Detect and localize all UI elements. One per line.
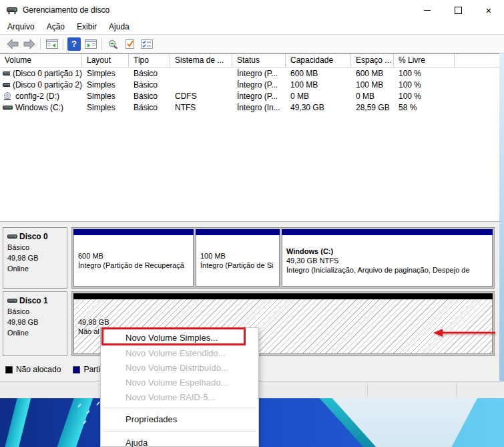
- column-header-filler: [455, 54, 499, 67]
- column-header-capacidade[interactable]: Capacidade: [286, 54, 351, 67]
- forward-button[interactable]: [21, 36, 37, 52]
- cell-espaco: 28,59 GB: [351, 103, 394, 112]
- list-view-icon: [140, 39, 154, 49]
- toolbar: ?: [0, 35, 504, 53]
- menu-item-novo-volume-distribuido: Novo Volume Distribuído...: [101, 361, 258, 376]
- annotation-highlight-box: [101, 327, 246, 345]
- cell-capacidade: 100 MB: [286, 80, 351, 90]
- volume-list-panel: Volume Layout Tipo Sistema de ... Status…: [0, 53, 499, 222]
- disk0-header[interactable]: Disco 0 Básico 49,98 GB Online: [3, 227, 67, 289]
- menubar: Arquivo Ação Exibir Ajuda: [0, 20, 504, 35]
- menu-item-propriedades[interactable]: Propriedades: [101, 411, 258, 428]
- cd-icon: [3, 92, 13, 100]
- partition-recovery[interactable]: 600 MB Íntegro (Partição de Recuperaçã: [73, 229, 194, 287]
- menu-separator: [103, 431, 256, 432]
- window-right-edge: [499, 53, 504, 381]
- menu-item-ajuda[interactable]: Ajuda: [101, 434, 258, 447]
- show-action-pane-button[interactable]: [82, 36, 99, 52]
- cell-capacidade: 600 MB: [286, 69, 351, 78]
- menu-acao[interactable]: Ação: [41, 20, 71, 34]
- annotation-arrow-icon: [433, 327, 498, 341]
- partition-color-bar: [73, 229, 194, 235]
- show-action-pane-icon: [84, 39, 97, 49]
- disk-status: Online: [7, 327, 63, 338]
- check-doc-button[interactable]: [121, 36, 138, 52]
- column-header-volume[interactable]: Volume: [0, 54, 82, 67]
- minimize-button[interactable]: [412, 0, 443, 20]
- close-button[interactable]: ×: [473, 0, 504, 20]
- cell-livre: 100 %: [394, 69, 455, 78]
- disk-name: Disco 1: [19, 295, 48, 306]
- partition-status: Íntegro (Partição de Si: [200, 261, 275, 270]
- disk-size: 49,98 GB: [7, 253, 63, 263]
- back-icon: [6, 39, 19, 49]
- menu-exibir[interactable]: Exibir: [71, 20, 103, 34]
- toolbar-separator: [101, 38, 102, 50]
- partition-size: 49,30 GB NTFS: [286, 256, 488, 265]
- cell-tipo: Básico: [129, 80, 170, 90]
- cell-status: Íntegro (P...: [232, 80, 286, 90]
- column-header-tipo[interactable]: Tipo: [129, 54, 170, 67]
- back-button[interactable]: [4, 36, 21, 52]
- cell-espaco: 100 MB: [351, 80, 394, 90]
- cell-layout: Simples: [82, 103, 129, 112]
- unallocated-swatch: [5, 366, 13, 374]
- popup-view-button[interactable]: [105, 36, 121, 52]
- column-header-espaco[interactable]: Espaço ...: [351, 54, 394, 67]
- cell-fs: CDFS: [170, 92, 232, 101]
- volume-name: (Disco 0 partição 2): [13, 80, 82, 90]
- disk-status: Online: [7, 263, 63, 274]
- drive-icon: [3, 82, 10, 88]
- partition-system[interactable]: 100 MB Íntegro (Partição de Si: [196, 229, 280, 287]
- help-button[interactable]: ?: [67, 37, 81, 51]
- cell-tipo: Básico: [129, 69, 170, 78]
- cell-capacidade: 49,30 GB: [286, 103, 351, 112]
- legend-unallocated: Não alocado: [5, 365, 61, 374]
- console-tree-icon: [45, 39, 59, 49]
- volume-name: Windows (C:): [15, 103, 63, 112]
- cell-fs: NTFS: [170, 103, 232, 112]
- table-row[interactable]: (Disco 0 partição 2) Simples Básico Ínte…: [0, 79, 499, 90]
- window-title: Gerenciamento de disco: [23, 5, 109, 15]
- table-row[interactable]: Windows (C:) Simples Básico NTFS Íntegro…: [0, 102, 499, 113]
- help-icon: ?: [71, 39, 77, 49]
- table-row[interactable]: config-2 (D:) Simples Básico CDFS Íntegr…: [0, 90, 499, 102]
- disk-management-window: Gerenciamento de disco × Arquivo Ação Ex…: [0, 0, 504, 381]
- cell-livre: 100 %: [394, 92, 455, 101]
- volume-name: (Disco 0 partição 1): [13, 69, 82, 78]
- disk-size: 49,98 GB: [7, 317, 63, 327]
- show-console-tree-button[interactable]: [43, 36, 60, 52]
- disk-management-app-icon: [7, 5, 17, 15]
- partition-status: Íntegro (Partição de Recuperaçã: [78, 261, 189, 270]
- table-row[interactable]: (Disco 0 partição 1) Simples Básico Ínte…: [0, 67, 499, 79]
- menu-arquivo[interactable]: Arquivo: [1, 20, 41, 34]
- drive-icon: [7, 297, 17, 304]
- strip-divider: [367, 383, 368, 397]
- menu-ajuda[interactable]: Ajuda: [103, 20, 136, 34]
- minimize-icon: [424, 10, 431, 11]
- menu-separator: [103, 408, 256, 408]
- primary-partition-swatch: [73, 366, 80, 374]
- drive-icon: [3, 104, 13, 111]
- check-doc-icon: [124, 38, 136, 50]
- disk-type: Básico: [7, 242, 63, 253]
- cell-tipo: Básico: [129, 92, 170, 101]
- titlebar: Gerenciamento de disco ×: [0, 0, 504, 20]
- partition-color-bar: [196, 229, 280, 235]
- partition-size: 100 MB: [200, 251, 275, 261]
- cell-status: Íntegro (In...: [232, 103, 286, 112]
- partition-title: Windows (C:): [286, 247, 488, 256]
- cell-capacidade: 0 MB: [286, 92, 351, 101]
- disk1-header[interactable]: Disco 1 Básico 49,98 GB Online: [3, 291, 67, 356]
- volume-name: config-2 (D:): [15, 92, 59, 101]
- column-header-status[interactable]: Status: [232, 54, 286, 67]
- column-header-sistema[interactable]: Sistema de ...: [170, 54, 232, 67]
- list-view-button[interactable]: [138, 36, 155, 52]
- close-icon: ×: [486, 5, 492, 15]
- partition-windows-c[interactable]: Windows (C:) 49,30 GB NTFS Íntegro (Inic…: [282, 229, 493, 287]
- column-header-livre[interactable]: % Livre: [394, 54, 455, 67]
- maximize-button[interactable]: [443, 0, 473, 20]
- disk-name: Disco 0: [19, 231, 48, 242]
- column-header-layout[interactable]: Layout: [82, 54, 129, 67]
- maximize-icon: [455, 7, 462, 14]
